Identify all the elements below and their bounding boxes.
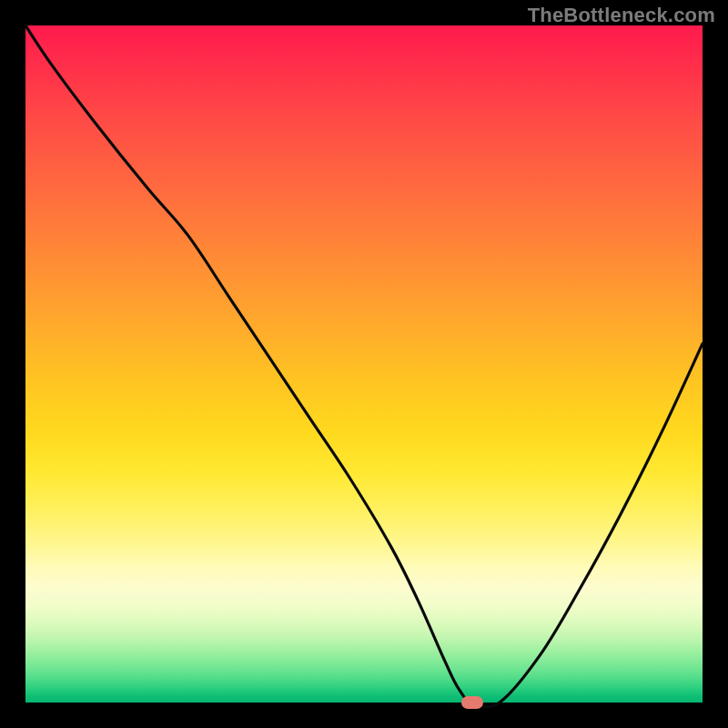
chart-frame: TheBottleneck.com [0, 0, 728, 728]
optimal-point-marker [461, 696, 483, 709]
bottleneck-curve [25, 25, 703, 703]
bottleneck-curve-path [25, 25, 703, 707]
watermark-text: TheBottleneck.com [528, 4, 715, 27]
plot-area [25, 25, 703, 703]
